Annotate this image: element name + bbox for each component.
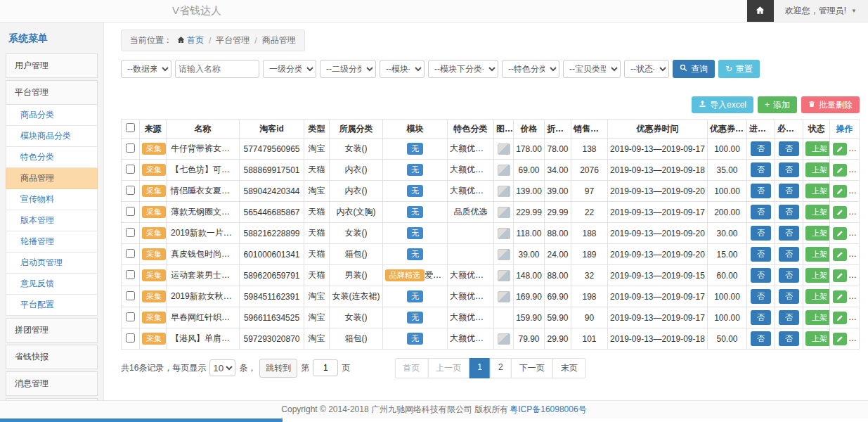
import-select-toggle[interactable]: 否 bbox=[751, 331, 771, 346]
edit-button[interactable] bbox=[833, 164, 847, 177]
edit-button[interactable] bbox=[833, 333, 847, 345]
import-select-toggle[interactable]: 否 bbox=[751, 141, 771, 156]
must-buy-toggle[interactable]: 否 bbox=[779, 141, 799, 156]
edit-button[interactable] bbox=[833, 248, 847, 261]
edit-button[interactable] bbox=[833, 269, 847, 282]
row-checkbox[interactable] bbox=[126, 186, 135, 195]
sidebar-item[interactable]: 意见反馈 bbox=[6, 274, 98, 295]
row-checkbox[interactable] bbox=[126, 333, 135, 343]
status-toggle[interactable]: 上架 bbox=[805, 226, 830, 241]
edit-button[interactable] bbox=[833, 312, 847, 324]
status-toggle[interactable]: 上架 bbox=[805, 289, 830, 304]
page-button[interactable]: 末页 bbox=[552, 358, 586, 378]
status-toggle[interactable]: 上架 bbox=[805, 141, 830, 156]
sidebar-group[interactable]: 用户管理 bbox=[6, 53, 98, 78]
status-toggle[interactable]: 上架 bbox=[805, 268, 830, 283]
level1-category-select[interactable]: 一级分类 bbox=[263, 60, 316, 78]
import-select-toggle[interactable]: 否 bbox=[751, 184, 771, 198]
page-button[interactable]: 上一页 bbox=[427, 358, 469, 378]
must-buy-toggle[interactable]: 否 bbox=[779, 226, 799, 241]
must-buy-toggle[interactable]: 否 bbox=[779, 289, 799, 304]
status-select[interactable]: --状态-- bbox=[624, 60, 669, 78]
sidebar-item[interactable]: 平台配置 bbox=[6, 295, 98, 316]
module-select[interactable]: --模块-- bbox=[380, 60, 425, 78]
status-toggle[interactable]: 上架 bbox=[805, 247, 830, 262]
home-button[interactable] bbox=[747, 0, 774, 22]
must-buy-toggle[interactable]: 否 bbox=[779, 162, 799, 177]
user-menu[interactable]: 欢迎您，管理员! ▼ bbox=[774, 0, 868, 22]
search-button[interactable]: 查询 bbox=[673, 60, 715, 78]
module-sub-select[interactable]: --模块下分类-- bbox=[428, 60, 498, 78]
import-select-toggle[interactable]: 否 bbox=[751, 289, 771, 304]
page-button[interactable]: 1 bbox=[469, 358, 491, 378]
feature-category-select[interactable]: --特色分类-- bbox=[502, 60, 559, 78]
import-select-toggle[interactable]: 否 bbox=[751, 310, 771, 325]
must-buy-toggle[interactable]: 否 bbox=[779, 184, 799, 198]
edit-button[interactable] bbox=[833, 206, 847, 219]
sidebar-group[interactable]: 拼团管理 bbox=[6, 318, 98, 343]
status-toggle[interactable]: 上架 bbox=[805, 205, 830, 219]
sidebar-item[interactable]: 启动页管理 bbox=[6, 252, 98, 274]
import-select-toggle[interactable]: 否 bbox=[751, 205, 771, 219]
sidebar-item[interactable]: 模块商品分类 bbox=[6, 126, 98, 147]
icp-link[interactable]: 粤ICP备16098006号 bbox=[510, 404, 586, 416]
sidebar-item[interactable]: 轮播管理 bbox=[6, 231, 98, 252]
jump-page-input[interactable] bbox=[313, 359, 338, 376]
add-button[interactable]: + 添加 bbox=[758, 96, 797, 113]
taoke-id: 597293020870 bbox=[240, 328, 304, 350]
sidebar-item[interactable]: 商品管理 bbox=[6, 168, 98, 189]
product-category: 箱包() bbox=[330, 244, 383, 265]
status-toggle[interactable]: 上架 bbox=[805, 184, 830, 198]
must-buy-toggle[interactable]: 否 bbox=[779, 268, 799, 283]
horizontal-scrollbar-thumb[interactable] bbox=[0, 418, 283, 422]
product-thumbnail-image bbox=[498, 228, 510, 239]
row-checkbox[interactable] bbox=[126, 270, 135, 279]
feature-category: 大额优惠券 bbox=[448, 265, 494, 286]
edit-button[interactable] bbox=[833, 227, 847, 240]
status-toggle[interactable]: 上架 bbox=[805, 162, 830, 177]
sidebar-item[interactable]: 版本管理 bbox=[6, 210, 98, 231]
footer: Copyright © 2014-2018 广州九驰网络科技有限公司 版权所有 … bbox=[0, 400, 868, 418]
level2-category-select[interactable]: --二级分类-- bbox=[320, 60, 376, 78]
select-all-checkbox[interactable] bbox=[126, 123, 135, 132]
data-source-select[interactable]: --数据来源-- bbox=[121, 60, 171, 78]
status-toggle[interactable]: 上架 bbox=[805, 310, 830, 325]
row-checkbox[interactable] bbox=[126, 249, 135, 258]
must-buy-toggle[interactable]: 否 bbox=[779, 205, 799, 219]
page-button[interactable]: 下一页 bbox=[511, 358, 553, 378]
status-toggle[interactable]: 上架 bbox=[805, 331, 830, 346]
import-select-toggle[interactable]: 否 bbox=[751, 162, 771, 177]
batch-delete-button[interactable]: 批量删除 bbox=[801, 96, 860, 113]
jump-suffix: 页 bbox=[342, 362, 350, 374]
row-checkbox[interactable] bbox=[126, 312, 135, 321]
edit-button[interactable] bbox=[833, 290, 847, 303]
must-buy-toggle[interactable]: 否 bbox=[779, 310, 799, 325]
row-checkbox[interactable] bbox=[126, 291, 135, 300]
breadcrumb-home-link[interactable]: 首页 bbox=[177, 34, 204, 46]
sidebar-group[interactable]: 省钱快报 bbox=[6, 345, 98, 369]
sidebar-group[interactable]: 平台管理 bbox=[6, 80, 98, 105]
must-buy-toggle[interactable]: 否 bbox=[779, 247, 799, 262]
must-buy-toggle[interactable]: 否 bbox=[779, 331, 799, 346]
import-select-toggle[interactable]: 否 bbox=[751, 247, 771, 262]
import-select-toggle[interactable]: 否 bbox=[751, 268, 771, 283]
edit-button[interactable] bbox=[833, 143, 847, 155]
row-checkbox[interactable] bbox=[126, 165, 135, 174]
edit-button[interactable] bbox=[833, 185, 847, 198]
sidebar-group[interactable]: 消息管理 bbox=[6, 371, 98, 396]
name-search-input[interactable] bbox=[175, 60, 259, 78]
row-checkbox[interactable] bbox=[126, 143, 135, 153]
import-excel-button[interactable]: 导入excel bbox=[692, 96, 753, 113]
page-button[interactable]: 首页 bbox=[394, 358, 428, 378]
row-checkbox[interactable] bbox=[126, 228, 135, 237]
page-button[interactable]: 2 bbox=[490, 358, 512, 378]
sidebar-item[interactable]: 特色分类 bbox=[6, 147, 98, 168]
sidebar-item[interactable]: 宣传物料 bbox=[6, 189, 98, 210]
item-type-select[interactable]: --宝贝类型-- bbox=[563, 60, 621, 78]
per-page-select[interactable]: 10 bbox=[209, 359, 235, 376]
reset-button[interactable]: ↻ 重置 bbox=[718, 60, 760, 78]
row-checkbox[interactable] bbox=[126, 207, 135, 216]
sidebar-item[interactable]: 商品分类 bbox=[6, 105, 98, 126]
import-select-toggle[interactable]: 否 bbox=[751, 226, 771, 241]
jump-button[interactable]: 跳转到 bbox=[259, 359, 297, 378]
